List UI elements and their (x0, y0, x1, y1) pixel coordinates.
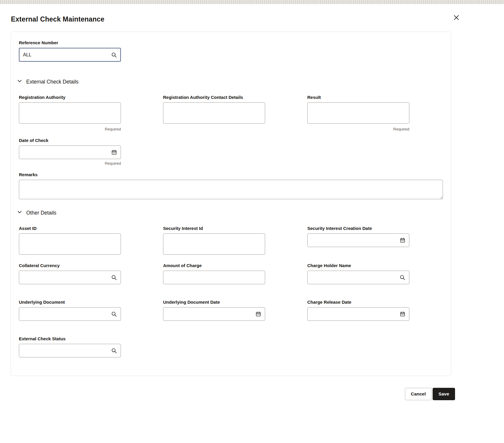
required-hint: Required (19, 127, 121, 131)
external-check-status-input[interactable] (19, 344, 121, 357)
page-title: External Check Maintenance (11, 15, 504, 23)
charge-release-date-label: Charge Release Date (307, 300, 409, 305)
registration-authority-input[interactable] (19, 102, 121, 124)
reference-number-field: Reference Number (19, 40, 443, 62)
section-other-details[interactable]: Other Details (17, 209, 443, 216)
remarks-label: Remarks (19, 172, 443, 177)
underlying-document-date-calendar-button[interactable] (254, 310, 262, 318)
dialog-footer: Cancel Save (0, 388, 455, 400)
calendar-icon (400, 313, 406, 318)
charge-release-date-field: Charge Release Date (307, 300, 409, 321)
date-of-check-calendar-button[interactable] (110, 148, 118, 156)
close-button[interactable] (452, 13, 461, 22)
section-title: External Check Details (26, 79, 78, 85)
reference-search-button[interactable] (110, 50, 118, 59)
result-label: Result (307, 95, 409, 100)
search-icon (399, 277, 406, 282)
external-check-status-search-button[interactable] (110, 346, 118, 355)
underlying-document-label: Underlying Document (19, 300, 121, 305)
registration-authority-contact-label: Registration Authority Contact Details (163, 95, 265, 100)
dialog-header: External Check Maintenance (0, 4, 504, 23)
page-edge-texture (0, 0, 504, 4)
underlying-document-date-field: Underlying Document Date (163, 300, 265, 321)
security-interest-id-input[interactable] (163, 233, 265, 255)
remarks-input[interactable] (19, 180, 443, 199)
registration-authority-contact-input[interactable] (163, 102, 265, 124)
underlying-document-field: Underlying Document (19, 300, 121, 321)
chevron-down-icon (17, 78, 22, 85)
chevron-down-icon (17, 209, 22, 216)
section-title: Other Details (26, 210, 56, 216)
registration-authority-contact-field: Registration Authority Contact Details (163, 95, 265, 125)
underlying-document-search-button[interactable] (110, 310, 118, 318)
collateral-currency-search-button[interactable] (110, 273, 118, 282)
registration-authority-field: Registration Authority Required (19, 95, 121, 131)
reference-number-label: Reference Number (19, 40, 443, 45)
charge-holder-name-input[interactable] (307, 271, 409, 284)
calendar-icon (111, 152, 117, 156)
external-check-status-label: External Check Status (19, 336, 121, 341)
asset-id-label: Asset ID (19, 226, 121, 231)
cancel-button[interactable]: Cancel (405, 388, 432, 400)
search-icon (111, 350, 117, 355)
calendar-icon (255, 313, 261, 318)
date-of-check-field: Date of Check (19, 138, 121, 166)
security-interest-creation-date-field: Security Interest Creation Date (307, 226, 409, 247)
save-button[interactable]: Save (433, 388, 455, 400)
security-interest-creation-date-calendar-button[interactable] (398, 236, 407, 244)
security-interest-creation-date-input[interactable] (307, 233, 409, 247)
charge-holder-name-search-button[interactable] (398, 273, 407, 282)
amount-of-charge-label: Amount of Charge (163, 263, 265, 268)
section-external-check-details[interactable]: External Check Details (17, 78, 443, 85)
underlying-document-input[interactable] (19, 307, 121, 321)
remarks-field: Remarks (19, 172, 443, 200)
security-interest-id-field: Security Interest Id (163, 226, 265, 256)
search-icon (111, 54, 117, 59)
form-card: Reference Number External Check Details … (11, 32, 451, 376)
calendar-icon (400, 240, 406, 244)
amount-of-charge-input[interactable] (163, 271, 265, 284)
charge-holder-name-label: Charge Holder Name (307, 263, 409, 268)
reference-number-input[interactable] (19, 48, 121, 62)
charge-holder-name-field: Charge Holder Name (307, 263, 409, 284)
search-icon (111, 277, 117, 282)
asset-id-input[interactable] (19, 233, 121, 255)
search-icon (111, 314, 117, 318)
required-hint: Required (19, 161, 121, 166)
collateral-currency-input[interactable] (19, 271, 121, 284)
close-icon (453, 17, 460, 22)
date-of-check-label: Date of Check (19, 138, 121, 143)
charge-release-date-calendar-button[interactable] (398, 310, 407, 318)
underlying-document-date-label: Underlying Document Date (163, 300, 265, 305)
external-check-status-field: External Check Status (19, 336, 121, 357)
security-interest-id-label: Security Interest Id (163, 226, 265, 231)
asset-id-field: Asset ID (19, 226, 121, 256)
charge-release-date-input[interactable] (307, 307, 409, 321)
underlying-document-date-input[interactable] (163, 307, 265, 321)
required-hint: Required (307, 127, 409, 131)
collateral-currency-field: Collateral Currency (19, 263, 121, 284)
collateral-currency-label: Collateral Currency (19, 263, 121, 268)
registration-authority-label: Registration Authority (19, 95, 121, 100)
amount-of-charge-field: Amount of Charge (163, 263, 265, 284)
result-input[interactable] (307, 102, 409, 124)
date-of-check-input[interactable] (19, 146, 121, 159)
security-interest-creation-date-label: Security Interest Creation Date (307, 226, 409, 231)
result-field: Result Required (307, 95, 409, 131)
